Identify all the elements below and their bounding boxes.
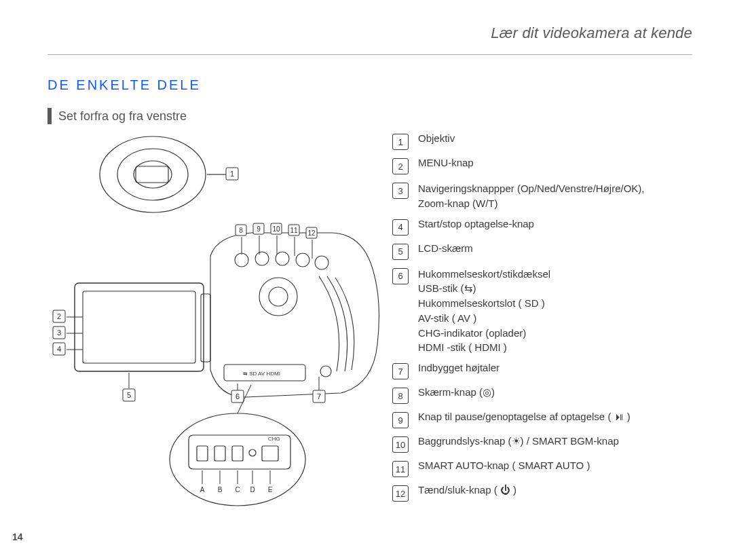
part-num: 7 xyxy=(392,363,409,379)
svg-point-0 xyxy=(100,136,206,212)
page-number: 14 xyxy=(12,531,23,542)
svg-point-1 xyxy=(117,149,188,200)
parts-list: 1Objektiv 2MENU-knap 3Navigeringsknapppe… xyxy=(392,130,692,514)
svg-point-12 xyxy=(296,253,309,267)
part-label: MENU-knap xyxy=(418,157,474,168)
part-num: 2 xyxy=(392,158,409,174)
svg-rect-45 xyxy=(232,446,243,461)
diagram-area: 1 xyxy=(48,130,380,514)
part-label: LCD-skærm xyxy=(418,242,473,254)
callout-9: 9 xyxy=(257,225,261,233)
svg-text:CHG: CHG xyxy=(268,436,280,442)
part-label: Objektiv xyxy=(418,132,455,144)
callout-5: 5 xyxy=(127,391,131,399)
section-title: DE ENKELTE DELE xyxy=(48,77,692,93)
port-label-a: A xyxy=(200,486,205,493)
svg-rect-44 xyxy=(214,446,225,461)
part-num: 10 xyxy=(392,436,409,453)
callout-10: 10 xyxy=(272,225,280,233)
callout-4: 4 xyxy=(57,345,61,353)
svg-point-18 xyxy=(320,366,331,377)
svg-point-13 xyxy=(315,256,328,269)
callout-7: 7 xyxy=(317,392,321,400)
part-label: Indbygget højtaler xyxy=(418,362,500,373)
callout-3: 3 xyxy=(57,329,61,337)
svg-rect-7 xyxy=(83,291,195,363)
part-label: SMART AUTO-knap ( SMART AUTO ) xyxy=(418,460,590,471)
header-rule xyxy=(48,54,692,55)
callout-6: 6 xyxy=(236,392,240,400)
svg-rect-8 xyxy=(201,294,210,362)
part-num: 6 xyxy=(392,268,409,284)
svg-point-10 xyxy=(255,252,269,265)
svg-rect-47 xyxy=(262,446,278,461)
svg-rect-6 xyxy=(75,283,204,371)
port-label-b: B xyxy=(218,486,223,493)
subtitle-bar xyxy=(48,108,52,124)
part-num: 9 xyxy=(392,412,409,428)
part-label: Hukommelseskort/stikdækselUSB-stik (⇆)Hu… xyxy=(418,267,550,356)
port-label-d: D xyxy=(250,486,255,493)
svg-text:⇆  SD  AV  HDMI: ⇆ SD AV HDMI xyxy=(243,371,280,377)
svg-point-9 xyxy=(235,253,248,267)
callout-11: 11 xyxy=(290,227,298,234)
part-label: Start/stop optagelse-knap xyxy=(418,218,534,229)
part-label: Skærm-knap (◎) xyxy=(418,386,495,398)
port-label-e: E xyxy=(268,486,273,493)
part-label: Baggrundslys-knap (☀) / SMART BGM-knap xyxy=(418,435,619,447)
part-label: Knap til pause/genoptagelse af optagelse… xyxy=(418,411,631,422)
part-num: 8 xyxy=(392,388,409,404)
page-header: Lær dit videokamera at kende xyxy=(491,24,692,42)
svg-point-11 xyxy=(276,252,289,265)
svg-point-15 xyxy=(269,287,288,306)
svg-point-2 xyxy=(134,161,172,188)
svg-point-14 xyxy=(259,278,297,316)
part-num: 4 xyxy=(392,219,409,236)
callout-12: 12 xyxy=(307,229,316,237)
part-num: 11 xyxy=(392,461,409,477)
svg-point-46 xyxy=(249,449,256,456)
callout-1: 1 xyxy=(230,170,234,178)
port-label-c: C xyxy=(235,486,240,493)
part-label: Navigeringsknappper (Op/Ned/Venstre/Højr… xyxy=(418,181,644,211)
svg-rect-43 xyxy=(197,446,208,461)
camcorder-diagram-svg: 1 xyxy=(48,134,380,514)
callout-8: 8 xyxy=(239,227,243,234)
part-num: 1 xyxy=(392,134,409,150)
svg-rect-3 xyxy=(136,166,168,183)
subtitle: Set forfra og fra venstre xyxy=(58,109,187,124)
part-num: 12 xyxy=(392,485,409,502)
callout-2: 2 xyxy=(57,312,61,320)
part-num: 5 xyxy=(392,244,409,260)
part-label: Tænd/sluk-knap ( ⏻ ) xyxy=(418,484,516,496)
part-num: 3 xyxy=(392,183,409,199)
